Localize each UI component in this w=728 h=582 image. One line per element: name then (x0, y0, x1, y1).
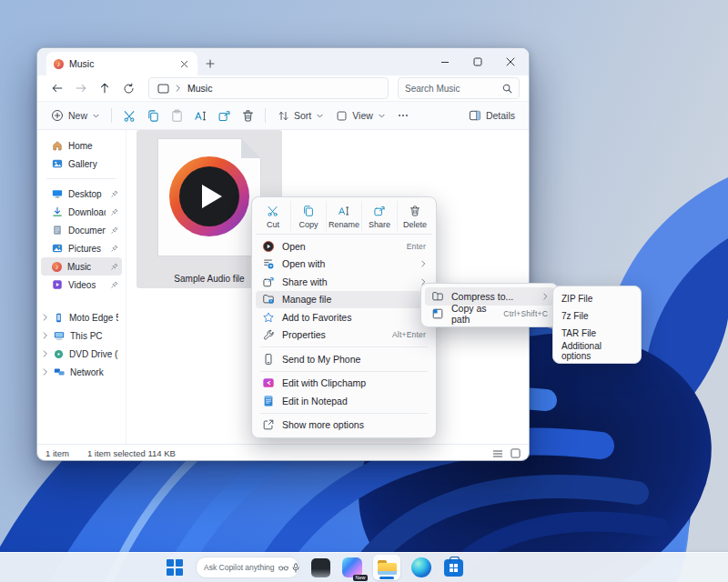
submenu-item-zip-file[interactable]: ZIP File (557, 290, 637, 307)
cut-icon (267, 205, 279, 217)
cut-button[interactable] (117, 105, 141, 126)
menu-item-manage-file[interactable]: Manage file (256, 291, 432, 309)
menu-shortcut: Ctrl+Shift+C (503, 309, 548, 318)
menu-item-share-with[interactable]: Share with (256, 273, 432, 291)
sort-button[interactable]: Sort (271, 105, 329, 126)
title-bar[interactable]: Music (37, 48, 529, 75)
submenu-item-7z-file[interactable]: 7z File (557, 307, 637, 325)
menu-separator (260, 413, 428, 414)
view-button[interactable]: View (329, 105, 391, 126)
pin-icon (111, 208, 118, 216)
forward-button[interactable] (70, 78, 92, 98)
copilot-new-badge: New (353, 575, 368, 582)
sidebar-item-dvd-drive[interactable]: DVD Drive (D:) CCC (41, 345, 122, 363)
rename-action[interactable]: Rename (327, 201, 362, 231)
more-options-button[interactable] (391, 105, 415, 126)
open-with-icon (262, 257, 275, 270)
close-button[interactable] (494, 48, 527, 75)
search-input[interactable]: Search Music (398, 77, 520, 99)
large-icons-view-toggle-icon[interactable] (511, 448, 521, 458)
downloads-icon (52, 206, 63, 217)
delete-button[interactable] (236, 105, 259, 126)
taskbar-dark-app-icon[interactable] (309, 557, 331, 578)
sidebar-item-label: Videos (68, 280, 96, 290)
sidebar-item-home[interactable]: Home (41, 136, 122, 155)
share-button[interactable] (212, 105, 236, 126)
delete-action[interactable]: Delete (398, 201, 432, 231)
sidebar-item-gallery[interactable]: Gallery (41, 155, 122, 173)
new-button[interactable]: New (45, 105, 106, 126)
taskbar-copilot-icon[interactable]: New (341, 557, 363, 578)
compress-to-submenu: ZIP File 7z File TAR File Additional opt… (552, 286, 642, 364)
network-icon (54, 366, 65, 377)
sidebar-item-documents[interactable]: Documents (41, 221, 122, 239)
menu-item-properties[interactable]: Properties Alt+Enter (256, 326, 432, 345)
taskbar: Ask Copilot anything New (0, 552, 728, 582)
menu-item-send-to-my-phone[interactable]: Send to My Phone (256, 350, 432, 368)
chevron-down-icon (379, 114, 385, 118)
context-menu-actions: Cut Copy Rename Share (256, 201, 432, 235)
copy-label: Copy (298, 220, 318, 229)
rename-button[interactable] (188, 105, 212, 126)
up-button[interactable] (94, 78, 116, 98)
pin-icon (111, 263, 118, 270)
refresh-button[interactable] (117, 78, 139, 98)
sidebar-item-label: Gallery (68, 159, 97, 169)
menu-item-open-with[interactable]: Open with (256, 256, 432, 274)
sidebar-item-label: Desktop (68, 189, 102, 199)
copy-button[interactable] (141, 105, 165, 126)
start-button[interactable] (164, 557, 186, 578)
rename-label: Rename (329, 220, 359, 229)
play-disc-icon (179, 166, 239, 226)
desktop-icon (52, 188, 63, 199)
send-phone-icon (262, 353, 275, 366)
phone-icon (54, 313, 64, 323)
sidebar-item-videos[interactable]: Videos (41, 276, 122, 294)
view-icon (336, 110, 348, 122)
sidebar-item-label: Pictures (68, 244, 101, 254)
taskbar-edge-icon[interactable] (410, 557, 432, 578)
this-pc-icon (54, 330, 65, 341)
menu-item-label: Add to Favorites (282, 312, 351, 323)
copy-action[interactable]: Copy (291, 201, 327, 231)
back-button[interactable] (46, 78, 68, 98)
taskbar-store-icon[interactable] (442, 557, 464, 578)
menu-item-show-more-options[interactable]: Show more options (256, 416, 432, 435)
explorer-tab-music[interactable]: Music (46, 52, 197, 75)
sidebar-item-phone[interactable]: Moto Edge 50 Neo (41, 308, 122, 326)
sidebar-item-downloads[interactable]: Downloads (41, 203, 122, 221)
submenu-item-tar-file[interactable]: TAR File (557, 325, 637, 342)
sidebar-item-desktop[interactable]: Desktop (41, 185, 122, 203)
sidebar-item-pictures[interactable]: Pictures (41, 239, 122, 257)
taskbar-file-explorer-icon[interactable] (373, 555, 400, 580)
details-view-toggle-icon[interactable] (492, 449, 503, 458)
copilot-search-box[interactable]: Ask Copilot anything (196, 557, 299, 578)
tab-close-icon[interactable] (178, 58, 190, 70)
minimize-button[interactable] (429, 48, 461, 75)
menu-item-label: Manage file (282, 294, 331, 305)
status-bar: 1 item 1 item selected 114 KB (37, 444, 529, 462)
maximize-button[interactable] (461, 48, 494, 75)
share-icon (373, 205, 386, 217)
cut-action[interactable]: Cut (256, 201, 291, 231)
sidebar-item-network[interactable]: Network (41, 363, 122, 381)
menu-item-edit-with-clipchamp[interactable]: Edit with Clipchamp (256, 375, 432, 393)
menu-item-edit-in-notepad[interactable]: Edit in Notepad (256, 392, 432, 410)
submenu-item-additional-options[interactable]: Additional options (557, 342, 637, 359)
new-tab-button[interactable] (197, 52, 223, 75)
menu-item-add-to-favorites[interactable]: Add to Favorites (256, 308, 432, 326)
tab-title: Music (69, 58, 94, 69)
paste-button[interactable] (165, 105, 188, 126)
menu-item-open[interactable]: Open Enter (256, 237, 432, 256)
sidebar-item-music[interactable]: Music (41, 257, 122, 276)
sidebar-item-this-pc[interactable]: This PC (41, 326, 122, 345)
breadcrumb[interactable]: Music (148, 77, 389, 99)
share-action[interactable]: Share (362, 201, 398, 231)
submenu-item-copy-as-path[interactable]: Copy as path Ctrl+Shift+C (425, 306, 554, 324)
menu-item-label: Copy as path (451, 303, 496, 325)
details-pane-button[interactable]: Details (462, 105, 521, 126)
share-label: Share (369, 220, 390, 229)
microphone-icon[interactable] (292, 563, 299, 573)
sidebar-item-label: Moto Edge 50 Neo (69, 313, 118, 323)
clipchamp-icon (262, 376, 275, 389)
